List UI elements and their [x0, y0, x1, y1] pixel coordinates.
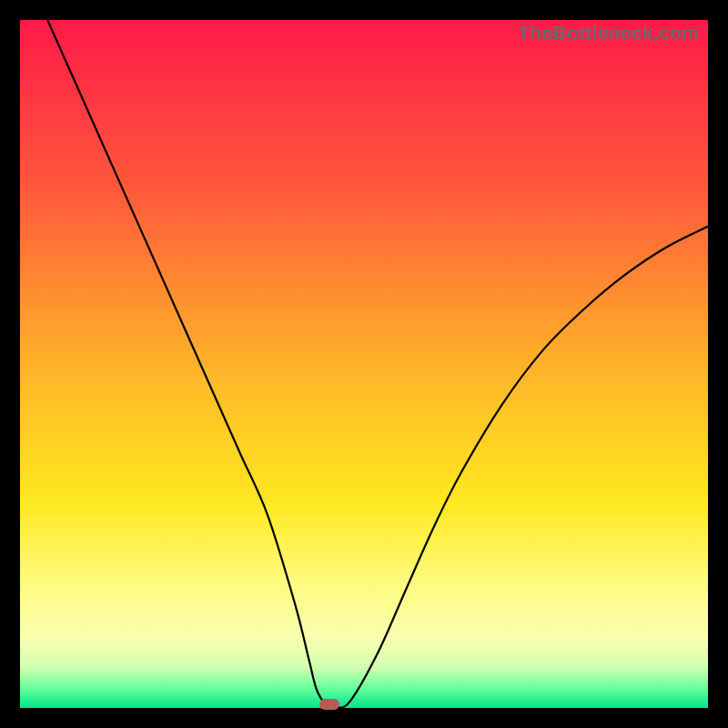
optimal-marker — [319, 699, 339, 710]
chart-plot-area: TheBottleneck.com — [20, 20, 708, 708]
bottleneck-curve — [20, 20, 708, 708]
chart-frame: TheBottleneck.com — [0, 0, 728, 728]
